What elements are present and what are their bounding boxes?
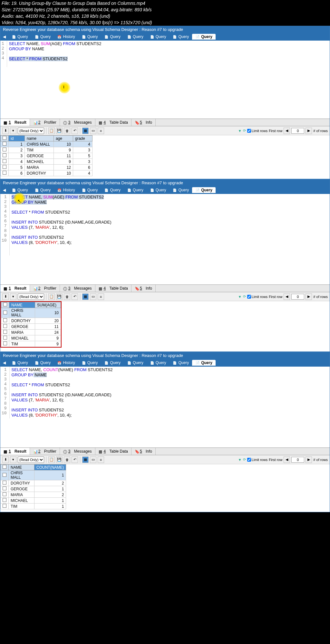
tab-query[interactable]: 📄Query bbox=[169, 360, 192, 366]
tab-query[interactable]: 📄Query bbox=[8, 360, 31, 366]
tab-query[interactable]: 📄Query bbox=[124, 187, 147, 193]
table-row[interactable]: 6DOROTHY104 bbox=[1, 170, 92, 176]
tab-query[interactable]: 📄Query bbox=[31, 187, 54, 193]
table-row[interactable]: CHRIS MALL10 bbox=[1, 308, 61, 318]
tab-query[interactable]: 📄Query bbox=[124, 360, 147, 366]
table-row[interactable]: MICHAEL9 bbox=[1, 335, 61, 341]
tab-query[interactable]: 📄Query bbox=[78, 34, 101, 40]
tab-query-active[interactable]: 📄Query bbox=[192, 360, 216, 366]
code-area[interactable]: SELECT NAME, SUM(AGE) FROM STUDENTS2 GRO… bbox=[7, 41, 330, 67]
tab-query[interactable]: 📄Query bbox=[124, 34, 147, 40]
refresh-icon[interactable]: ⟳ bbox=[243, 294, 246, 299]
col-name[interactable]: name bbox=[25, 136, 54, 141]
delete-icon[interactable]: 🗑 bbox=[64, 293, 70, 300]
refresh-icon[interactable]: ⟳ bbox=[243, 457, 246, 462]
table-row[interactable]: 2TIM93 bbox=[1, 147, 92, 153]
result-grid[interactable]: NAME SUM(AGE) CHRIS MALL10 DOROTHY20 GER… bbox=[1, 302, 61, 347]
table-row[interactable]: 3GEROGE115 bbox=[1, 153, 92, 159]
text-view-icon[interactable]: ≡ bbox=[98, 128, 104, 134]
col-name[interactable]: NAME bbox=[9, 302, 35, 308]
next-icon[interactable]: ▶ bbox=[306, 128, 312, 134]
tab-query[interactable]: 📄Query bbox=[169, 34, 192, 40]
table-row[interactable]: CHRIS MALL1 bbox=[1, 470, 66, 480]
table-row[interactable]: MARIA24 bbox=[1, 330, 61, 335]
rtab-profiler[interactable]: 📊2 Profiler bbox=[30, 119, 60, 126]
limit-rows-checkbox[interactable]: Limit rows bbox=[247, 295, 268, 299]
next-icon[interactable]: ▶ bbox=[306, 457, 312, 463]
export-icon[interactable]: ⬇ bbox=[2, 128, 9, 134]
save-icon[interactable]: 💾 bbox=[56, 457, 63, 463]
tab-query[interactable]: 📄Query bbox=[147, 34, 170, 40]
copy-icon[interactable]: 📋 bbox=[48, 457, 55, 463]
grid-view-icon[interactable]: ▦ bbox=[82, 128, 89, 134]
result-grid[interactable]: id name age grade 1CHRIS MALL104 2TIM93 … bbox=[0, 135, 92, 176]
tab-query[interactable]: 📄Query bbox=[78, 187, 101, 193]
limit-rows-checkbox[interactable]: Limit rows bbox=[247, 129, 268, 133]
upgrade-banner[interactable]: Reverse Engineer your database schema us… bbox=[0, 26, 330, 33]
undo-icon[interactable]: ↶ bbox=[72, 457, 78, 463]
tab-query[interactable]: 📄Query bbox=[147, 187, 170, 193]
prev-icon[interactable]: ◀ bbox=[284, 293, 290, 300]
sql-editor[interactable]: 12345678910 SELECT NAME, COUNT(NAME) FRO… bbox=[0, 367, 330, 418]
refresh-icon[interactable]: ⟳ bbox=[243, 129, 246, 133]
table-row[interactable]: MARIA2 bbox=[1, 492, 66, 498]
nav-left-icon[interactable]: ◀ bbox=[0, 34, 8, 39]
copy-icon[interactable]: 📋 bbox=[48, 128, 55, 134]
rtab-profiler[interactable]: 📊2 Profiler bbox=[30, 285, 60, 292]
table-row[interactable]: 4MICHAEL93 bbox=[1, 159, 92, 165]
rtab-result[interactable]: ▦1 Result bbox=[0, 448, 30, 455]
table-row[interactable]: GEROGE1 bbox=[1, 486, 66, 492]
code-area[interactable]: SELECT NAME, COUNT(NAME) FROM STUDENTS2 … bbox=[10, 367, 330, 418]
table-row[interactable]: MICHAEL1 bbox=[1, 498, 66, 504]
tab-query[interactable]: 📄Query bbox=[169, 187, 192, 193]
first-row-input[interactable] bbox=[291, 128, 304, 134]
table-row[interactable]: TIM1 bbox=[1, 504, 66, 509]
tab-history[interactable]: 📅History bbox=[54, 187, 78, 193]
copy-icon[interactable]: 📋 bbox=[48, 293, 55, 300]
undo-icon[interactable]: ↶ bbox=[72, 128, 78, 134]
rtab-info[interactable]: 🔖5 Info bbox=[131, 285, 156, 292]
table-row[interactable]: GEROGE11 bbox=[1, 324, 61, 330]
result-grid[interactable]: NAME COUNT(NAME) CHRIS MALL1 DOROTHY2 GE… bbox=[0, 464, 66, 509]
tab-query[interactable]: 📄Query bbox=[101, 187, 124, 193]
mode-select[interactable]: (Read Only) bbox=[18, 128, 44, 134]
rtab-messages[interactable]: ⓘ3 Messages bbox=[60, 119, 95, 126]
col-sum-age[interactable]: SUM(AGE) bbox=[35, 302, 61, 308]
rtab-info[interactable]: 🔖5 Info bbox=[131, 119, 156, 126]
grid-view-icon[interactable]: ▦ bbox=[82, 293, 89, 300]
export-icon[interactable]: ⬇ bbox=[2, 457, 9, 463]
table-row[interactable]: 5MARIA126 bbox=[1, 165, 92, 170]
col-grade[interactable]: grade bbox=[73, 136, 92, 141]
form-view-icon[interactable]: ▭ bbox=[90, 457, 96, 463]
grid-view-icon[interactable]: ▦ bbox=[82, 457, 89, 463]
table-row[interactable]: TIM9 bbox=[1, 341, 61, 347]
col-id[interactable]: id bbox=[9, 136, 25, 141]
rtab-messages[interactable]: ⓘ3 Messages bbox=[60, 285, 95, 292]
export-icon[interactable]: ⬇ bbox=[2, 293, 9, 300]
tab-query[interactable]: 📄Query bbox=[8, 187, 31, 193]
tab-query[interactable]: 📄Query bbox=[8, 34, 31, 40]
limit-rows-checkbox[interactable]: Limit rows bbox=[247, 458, 268, 462]
col-count-name[interactable]: COUNT(NAME) bbox=[34, 465, 66, 470]
sql-editor[interactable]: 1234 SELECT NAME, SUM(AGE) FROM STUDENTS… bbox=[0, 41, 330, 67]
table-row[interactable]: DOROTHY2 bbox=[1, 480, 66, 486]
rtab-info[interactable]: 🔖5 Info bbox=[131, 448, 156, 455]
code-area[interactable]: SELECT NAME, SUM(AGE) FROM STUDENTS2 GRO… bbox=[10, 194, 330, 255]
tab-query-active[interactable]: 📄Query bbox=[192, 34, 216, 40]
text-view-icon[interactable]: ≡ bbox=[98, 293, 104, 300]
rtab-table-data[interactable]: ▦4 Table Data bbox=[95, 119, 131, 126]
prev-icon[interactable]: ◀ bbox=[284, 128, 290, 134]
rtab-result[interactable]: ▦1 Result bbox=[0, 285, 30, 292]
first-row-input[interactable] bbox=[291, 457, 304, 463]
form-view-icon[interactable]: ▭ bbox=[90, 293, 96, 300]
upgrade-banner[interactable]: Reverse Engineer your database schema us… bbox=[0, 179, 330, 186]
dropdown-icon[interactable]: ▾ bbox=[10, 457, 16, 463]
next-icon[interactable]: ▶ bbox=[306, 293, 312, 300]
mode-select[interactable]: (Read Only) bbox=[18, 457, 44, 463]
tab-query[interactable]: 📄Query bbox=[31, 34, 54, 40]
rtab-table-data[interactable]: ▦4 Table Data bbox=[95, 448, 131, 455]
tab-query[interactable]: 📄Query bbox=[101, 34, 124, 40]
nav-left-icon[interactable]: ◀ bbox=[0, 360, 8, 365]
delete-icon[interactable]: 🗑 bbox=[64, 457, 70, 463]
col-name[interactable]: NAME bbox=[9, 465, 34, 470]
